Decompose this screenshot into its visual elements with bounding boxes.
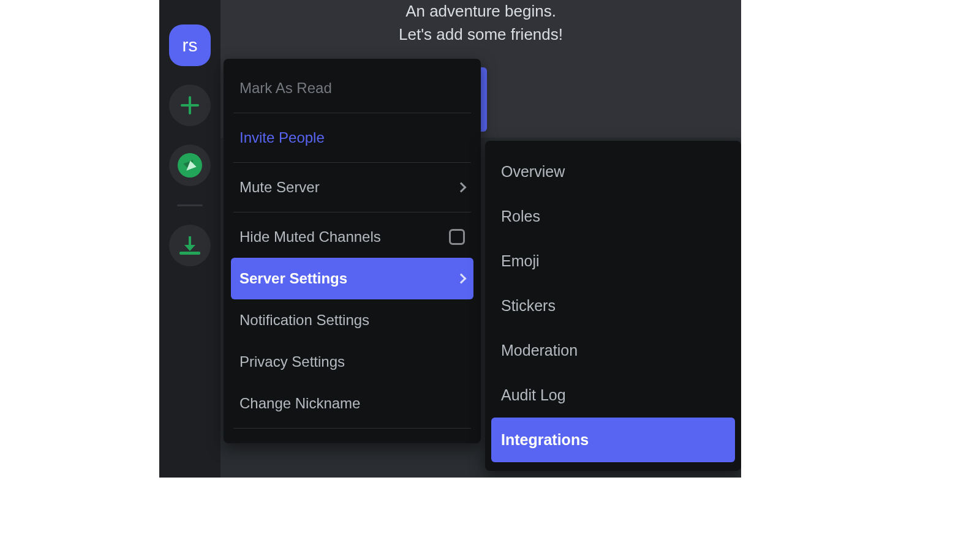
checkbox-unchecked-icon[interactable] xyxy=(449,229,465,245)
server-icon-selected[interactable]: rs xyxy=(169,24,211,66)
submenu-roles[interactable]: Roles xyxy=(491,194,735,239)
submenu-moderation[interactable]: Moderation xyxy=(491,328,735,373)
add-server-button[interactable] xyxy=(169,84,211,126)
welcome-line-2: Let's add some friends! xyxy=(221,23,741,47)
menu-item-label: Notification Settings xyxy=(239,312,369,329)
menu-separator xyxy=(233,212,471,212)
menu-separator xyxy=(233,428,471,429)
submenu-item-label: Audit Log xyxy=(501,386,566,403)
menu-mute-server[interactable]: Mute Server xyxy=(231,167,473,208)
compass-icon xyxy=(178,153,202,178)
menu-item-label: Mute Server xyxy=(239,179,320,196)
rail-separator xyxy=(177,204,203,206)
explore-servers-button[interactable] xyxy=(169,144,211,186)
download-icon xyxy=(179,235,200,256)
plus-icon xyxy=(181,96,199,114)
menu-item-label: Change Nickname xyxy=(239,395,360,412)
chevron-right-icon xyxy=(456,182,467,193)
submenu-audit-log[interactable]: Audit Log xyxy=(491,373,735,418)
download-apps-button[interactable] xyxy=(169,225,211,266)
submenu-stickers[interactable]: Stickers xyxy=(491,283,735,328)
server-rail: rs xyxy=(159,0,221,478)
menu-item-label: Invite People xyxy=(239,129,325,146)
menu-item-label: Server Settings xyxy=(239,270,347,287)
menu-server-settings[interactable]: Server Settings xyxy=(231,258,473,299)
submenu-integrations[interactable]: Integrations xyxy=(491,418,735,462)
submenu-item-label: Moderation xyxy=(501,342,578,359)
menu-notification-settings[interactable]: Notification Settings xyxy=(231,299,473,341)
menu-item-label: Mark As Read xyxy=(239,80,332,97)
submenu-emoji[interactable]: Emoji xyxy=(491,239,735,283)
menu-item-label: Privacy Settings xyxy=(239,353,345,370)
menu-invite-people[interactable]: Invite People xyxy=(231,117,473,159)
menu-hide-muted-channels[interactable]: Hide Muted Channels xyxy=(231,216,473,258)
submenu-overview[interactable]: Overview xyxy=(491,149,735,194)
menu-privacy-settings[interactable]: Privacy Settings xyxy=(231,341,473,383)
server-icon-label: rs xyxy=(183,35,198,56)
server-settings-submenu: Overview Roles Emoji Stickers Moderation… xyxy=(485,141,741,471)
submenu-item-label: Overview xyxy=(501,163,565,180)
welcome-text: An adventure begins. Let's add some frie… xyxy=(221,0,741,46)
chevron-right-icon xyxy=(456,274,467,284)
submenu-item-label: Roles xyxy=(501,208,540,225)
menu-separator xyxy=(233,113,471,113)
menu-change-nickname[interactable]: Change Nickname xyxy=(231,383,473,424)
menu-mark-as-read[interactable]: Mark As Read xyxy=(231,67,473,109)
menu-separator xyxy=(233,162,471,163)
submenu-item-label: Emoji xyxy=(501,252,540,269)
menu-item-label: Hide Muted Channels xyxy=(239,228,381,246)
server-context-menu: Mark As Read Invite People Mute Server H… xyxy=(224,59,481,443)
welcome-line-1: An adventure begins. xyxy=(221,0,741,23)
discord-window: An adventure begins. Let's add some frie… xyxy=(159,0,741,478)
submenu-item-label: Integrations xyxy=(501,431,589,448)
submenu-item-label: Stickers xyxy=(501,297,556,314)
